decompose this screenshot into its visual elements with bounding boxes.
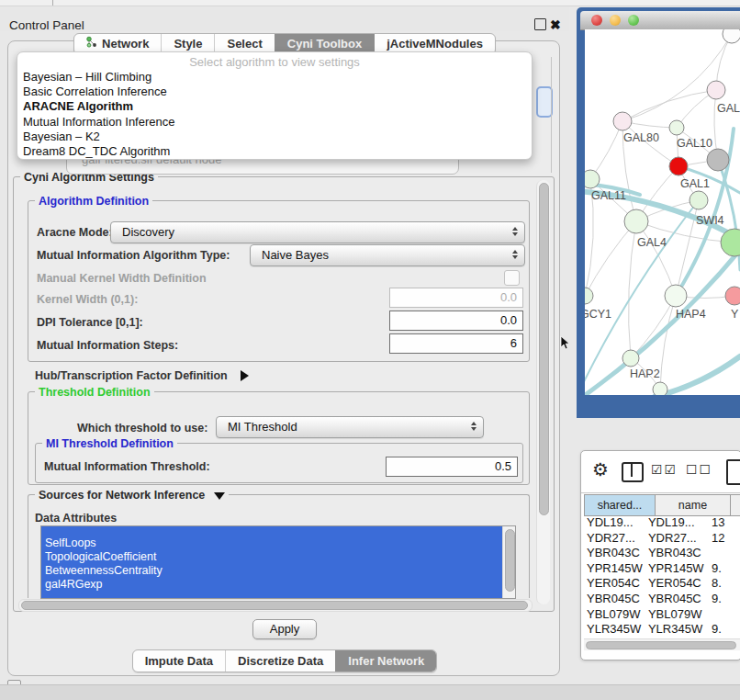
node-hap2[interactable] (622, 350, 639, 367)
aracne-mode-label: Aracne Mode: (37, 226, 113, 239)
threshold-definition-title: Threshold Definition (35, 386, 154, 399)
dpi-tolerance-field[interactable]: 0.0 (389, 310, 523, 331)
collapse-arrow-icon (214, 492, 225, 500)
table-cell: YLR345W (584, 622, 643, 638)
node-gal10[interactable] (669, 120, 684, 135)
table-row[interactable]: YBR043CYBR043C (584, 546, 740, 561)
table-row[interactable]: YER054CYER054C8. (584, 576, 740, 592)
bottom-strip (0, 684, 740, 700)
node-gal11[interactable] (585, 170, 600, 188)
bottom-tab-impute-data[interactable]: Impute Data (133, 650, 225, 672)
data-attributes-list[interactable]: SelfLoopsTopologicalCoefficientBetweenne… (40, 525, 516, 599)
which-threshold-select[interactable]: MI Threshold (216, 416, 484, 438)
network-canvas[interactable]: GALGAL80GAL10GAL1GAL11SWI4GAL4GCY1HAP4YH… (585, 29, 740, 395)
manual-kernel-checkbox[interactable] (504, 270, 520, 286)
table-cell: YDL19... (584, 515, 643, 531)
table-cell: YDR27... (584, 531, 643, 547)
table-row[interactable]: YDL19...YDL19...13 (584, 515, 740, 531)
mi-steps-field[interactable]: 6 (389, 333, 523, 354)
table-row[interactable]: YBR045CYBR045C9. (584, 592, 740, 607)
node-gray[interactable] (707, 149, 729, 171)
which-threshold-label: Which threshold to use: (77, 422, 207, 435)
table-cell: YBL079W (584, 607, 643, 623)
attribute-item-gal4rgexp[interactable]: gal4RGexp (45, 578, 103, 592)
aracne-mode-select[interactable]: Discovery (110, 221, 525, 243)
stepper-icon (471, 422, 477, 431)
float-panel-icon[interactable] (534, 18, 546, 30)
node-swi4[interactable] (690, 191, 708, 209)
control-panel-header: Control Panel ✖ (0, 6, 569, 31)
algorithm-item-bayesian-k2[interactable]: Bayesian – K2 (17, 130, 532, 144)
sources-title[interactable]: Sources for Network Inference (35, 489, 229, 502)
document-icon[interactable] (726, 459, 740, 485)
hub-definition-toggle[interactable]: Hub/Transcription Factor Definition (35, 367, 249, 383)
node-hap4[interactable] (665, 285, 687, 307)
table-cell: 13 (708, 515, 740, 531)
mi-threshold-field[interactable]: 0.5 (386, 457, 518, 477)
deselect-all-icon[interactable]: ☐☐ (686, 462, 712, 477)
algorithm-item-bayesian-hill-climbing[interactable]: Bayesian – Hill Climbing (17, 70, 532, 85)
network-edge (622, 34, 732, 121)
attribute-item-betweennesscentrality[interactable]: BetweennessCentrality (45, 564, 163, 578)
bottom-tab-discretize-data[interactable]: Discretize Data (225, 650, 335, 672)
column-header-name[interactable]: name (656, 495, 731, 515)
mi-type-select[interactable]: Naive Bayes (250, 244, 525, 266)
zoom-traffic-icon[interactable] (628, 15, 639, 26)
minimize-traffic-icon[interactable] (610, 15, 621, 26)
algorithm-item-aracne-algorithm[interactable]: ARACNE Algorithm (17, 99, 532, 114)
mi-type-value: Naive Bayes (262, 245, 329, 265)
node-gal1-red[interactable] (669, 157, 688, 175)
apply-button[interactable]: Apply (252, 619, 317, 639)
gear-icon[interactable]: ⚙ (592, 458, 609, 480)
node-salmon[interactable] (725, 287, 740, 305)
attribute-item-selfloops[interactable]: SelfLoops (45, 536, 96, 550)
node-gcy1[interactable] (585, 288, 593, 304)
node-label-gal1: GAL1 (680, 177, 710, 190)
list-vscrollbar-thumb[interactable] (505, 529, 515, 592)
table-cell: YER054C (584, 576, 643, 592)
table-toolbar: ⚙ ☑☑ ☐☐ (581, 451, 740, 493)
algorithm-item-dream8-dc-tdc-algorithm[interactable]: Dream8 DC_TDC Algorithm (17, 144, 532, 159)
attribute-item-topologicalcoefficient[interactable]: TopologicalCoefficient (45, 550, 156, 564)
network-window-titlebar[interactable] (580, 11, 740, 30)
settings-vscrollbar[interactable] (536, 180, 550, 604)
column-header-extra[interactable] (731, 495, 740, 515)
network-edge (585, 221, 636, 296)
node-bottom-green[interactable] (653, 382, 667, 395)
table-row[interactable]: YDR27...YDR27...12 (584, 531, 740, 547)
close-traffic-icon[interactable] (591, 15, 602, 26)
column-header-shared[interactable]: shared... (585, 495, 656, 515)
algorithm-item-basic-correlation-inference[interactable]: Basic Correlation Inference (17, 85, 532, 99)
settings-hscrollbar[interactable] (18, 599, 533, 612)
node-label-swi4: SWI4 (696, 214, 724, 227)
table-cell: 9. (708, 592, 740, 607)
network-view-window[interactable]: GALGAL80GAL10GAL1GAL11SWI4GAL4GCY1HAP4YH… (577, 7, 740, 418)
split-columns-icon[interactable] (622, 462, 644, 482)
top-strip (0, 0, 740, 6)
table-cell: YDL19... (643, 515, 708, 531)
table-header-row: shared...name (584, 494, 740, 516)
aracne-mode-value: Discovery (122, 222, 174, 243)
algorithm-item-mutual-information-inference[interactable]: Mutual Information Inference (17, 115, 532, 130)
mouse-cursor (560, 336, 571, 350)
table-cell: YBR045C (643, 592, 708, 607)
node-label-gal80: GAL80 (623, 131, 659, 144)
bottom-tab-infer-network[interactable]: Infer Network (335, 650, 436, 672)
network-edge (590, 121, 622, 179)
select-all-icon[interactable]: ☑☑ (651, 462, 678, 477)
table-row[interactable]: YLR345WYLR345W9. (584, 622, 740, 638)
table-hscrollbar[interactable] (584, 638, 740, 650)
node-unlabeled-top[interactable] (723, 29, 740, 43)
node-label-gal4: GAL4 (637, 236, 667, 249)
table-row[interactable]: YPR145WYPR145W9. (584, 561, 740, 577)
node-gal-pink[interactable] (707, 81, 725, 99)
table-row[interactable]: YBL079WYBL079W (584, 607, 740, 623)
node-gal80[interactable] (613, 112, 632, 130)
node-gal4[interactable] (624, 209, 648, 233)
settings-hscrollbar-thumb[interactable] (21, 601, 528, 610)
table-hscrollbar-thumb[interactable] (586, 641, 736, 649)
list-vscrollbar[interactable] (502, 526, 515, 598)
settings-vscrollbar-thumb[interactable] (539, 183, 549, 515)
manual-kernel-label: Manual Kernel Width Definition (37, 272, 207, 285)
kernel-width-field[interactable]: 0.0 (389, 288, 523, 308)
